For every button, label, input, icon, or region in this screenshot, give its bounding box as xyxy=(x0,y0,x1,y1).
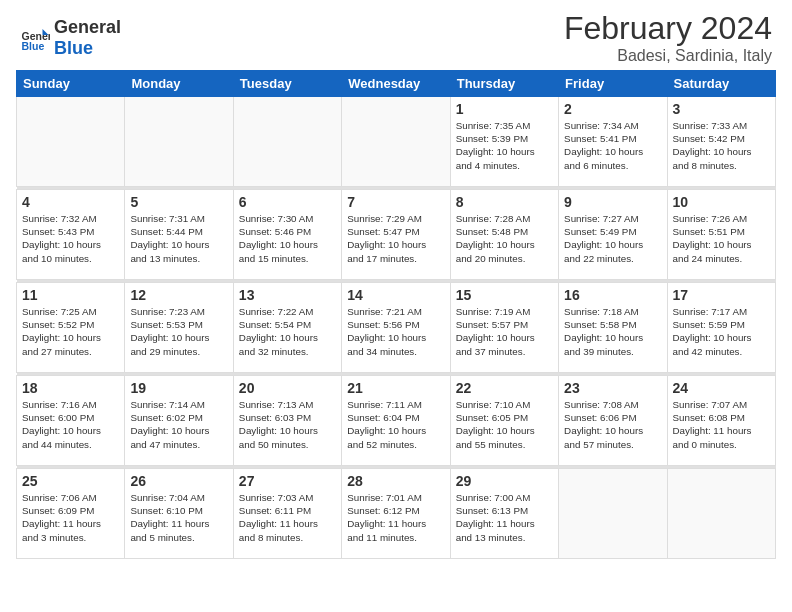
logo-blue: Blue xyxy=(54,38,121,59)
day-info-24: Sunrise: 7:07 AM Sunset: 6:08 PM Dayligh… xyxy=(673,398,770,451)
day-info-25: Sunrise: 7:06 AM Sunset: 6:09 PM Dayligh… xyxy=(22,491,119,544)
day-cell-4: 4Sunrise: 7:32 AM Sunset: 5:43 PM Daylig… xyxy=(17,190,125,280)
day-info-29: Sunrise: 7:00 AM Sunset: 6:13 PM Dayligh… xyxy=(456,491,553,544)
day-cell-15: 15Sunrise: 7:19 AM Sunset: 5:57 PM Dayli… xyxy=(450,283,558,373)
day-info-8: Sunrise: 7:28 AM Sunset: 5:48 PM Dayligh… xyxy=(456,212,553,265)
day-info-10: Sunrise: 7:26 AM Sunset: 5:51 PM Dayligh… xyxy=(673,212,770,265)
day-cell-28: 28Sunrise: 7:01 AM Sunset: 6:12 PM Dayli… xyxy=(342,469,450,559)
day-header-thursday: Thursday xyxy=(450,71,558,97)
day-number-6: 6 xyxy=(239,194,336,210)
day-info-15: Sunrise: 7:19 AM Sunset: 5:57 PM Dayligh… xyxy=(456,305,553,358)
day-number-26: 26 xyxy=(130,473,227,489)
day-cell-9: 9Sunrise: 7:27 AM Sunset: 5:49 PM Daylig… xyxy=(559,190,667,280)
day-cell-22: 22Sunrise: 7:10 AM Sunset: 6:05 PM Dayli… xyxy=(450,376,558,466)
day-info-13: Sunrise: 7:22 AM Sunset: 5:54 PM Dayligh… xyxy=(239,305,336,358)
week-row-2: 11Sunrise: 7:25 AM Sunset: 5:52 PM Dayli… xyxy=(17,283,776,373)
day-info-11: Sunrise: 7:25 AM Sunset: 5:52 PM Dayligh… xyxy=(22,305,119,358)
day-info-27: Sunrise: 7:03 AM Sunset: 6:11 PM Dayligh… xyxy=(239,491,336,544)
day-info-12: Sunrise: 7:23 AM Sunset: 5:53 PM Dayligh… xyxy=(130,305,227,358)
day-info-19: Sunrise: 7:14 AM Sunset: 6:02 PM Dayligh… xyxy=(130,398,227,451)
day-cell-2: 2Sunrise: 7:34 AM Sunset: 5:41 PM Daylig… xyxy=(559,97,667,187)
day-cell-5: 5Sunrise: 7:31 AM Sunset: 5:44 PM Daylig… xyxy=(125,190,233,280)
day-info-7: Sunrise: 7:29 AM Sunset: 5:47 PM Dayligh… xyxy=(347,212,444,265)
day-number-20: 20 xyxy=(239,380,336,396)
day-header-sunday: Sunday xyxy=(17,71,125,97)
day-cell-29: 29Sunrise: 7:00 AM Sunset: 6:13 PM Dayli… xyxy=(450,469,558,559)
day-cell-26: 26Sunrise: 7:04 AM Sunset: 6:10 PM Dayli… xyxy=(125,469,233,559)
day-number-29: 29 xyxy=(456,473,553,489)
day-cell-14: 14Sunrise: 7:21 AM Sunset: 5:56 PM Dayli… xyxy=(342,283,450,373)
day-header-friday: Friday xyxy=(559,71,667,97)
day-number-5: 5 xyxy=(130,194,227,210)
day-info-9: Sunrise: 7:27 AM Sunset: 5:49 PM Dayligh… xyxy=(564,212,661,265)
day-cell-17: 17Sunrise: 7:17 AM Sunset: 5:59 PM Dayli… xyxy=(667,283,775,373)
day-header-tuesday: Tuesday xyxy=(233,71,341,97)
day-number-16: 16 xyxy=(564,287,661,303)
day-header-wednesday: Wednesday xyxy=(342,71,450,97)
day-number-18: 18 xyxy=(22,380,119,396)
day-info-21: Sunrise: 7:11 AM Sunset: 6:04 PM Dayligh… xyxy=(347,398,444,451)
day-number-28: 28 xyxy=(347,473,444,489)
header: General Blue General Blue February 2024 … xyxy=(0,0,792,70)
day-cell-7: 7Sunrise: 7:29 AM Sunset: 5:47 PM Daylig… xyxy=(342,190,450,280)
day-number-2: 2 xyxy=(564,101,661,117)
day-number-11: 11 xyxy=(22,287,119,303)
day-info-3: Sunrise: 7:33 AM Sunset: 5:42 PM Dayligh… xyxy=(673,119,770,172)
title-section: February 2024 Badesi, Sardinia, Italy xyxy=(564,10,772,65)
day-info-17: Sunrise: 7:17 AM Sunset: 5:59 PM Dayligh… xyxy=(673,305,770,358)
logo-general: General xyxy=(54,17,121,38)
svg-text:Blue: Blue xyxy=(22,40,45,52)
day-cell-27: 27Sunrise: 7:03 AM Sunset: 6:11 PM Dayli… xyxy=(233,469,341,559)
day-number-7: 7 xyxy=(347,194,444,210)
day-number-15: 15 xyxy=(456,287,553,303)
day-cell-21: 21Sunrise: 7:11 AM Sunset: 6:04 PM Dayli… xyxy=(342,376,450,466)
day-number-22: 22 xyxy=(456,380,553,396)
week-row-3: 18Sunrise: 7:16 AM Sunset: 6:00 PM Dayli… xyxy=(17,376,776,466)
day-number-10: 10 xyxy=(673,194,770,210)
day-cell-13: 13Sunrise: 7:22 AM Sunset: 5:54 PM Dayli… xyxy=(233,283,341,373)
day-info-16: Sunrise: 7:18 AM Sunset: 5:58 PM Dayligh… xyxy=(564,305,661,358)
day-info-23: Sunrise: 7:08 AM Sunset: 6:06 PM Dayligh… xyxy=(564,398,661,451)
day-number-21: 21 xyxy=(347,380,444,396)
day-info-1: Sunrise: 7:35 AM Sunset: 5:39 PM Dayligh… xyxy=(456,119,553,172)
month-year-title: February 2024 xyxy=(564,10,772,47)
day-cell-10: 10Sunrise: 7:26 AM Sunset: 5:51 PM Dayli… xyxy=(667,190,775,280)
day-cell-1: 1Sunrise: 7:35 AM Sunset: 5:39 PM Daylig… xyxy=(450,97,558,187)
day-info-14: Sunrise: 7:21 AM Sunset: 5:56 PM Dayligh… xyxy=(347,305,444,358)
day-cell-empty xyxy=(559,469,667,559)
day-cell-25: 25Sunrise: 7:06 AM Sunset: 6:09 PM Dayli… xyxy=(17,469,125,559)
day-cell-8: 8Sunrise: 7:28 AM Sunset: 5:48 PM Daylig… xyxy=(450,190,558,280)
day-cell-6: 6Sunrise: 7:30 AM Sunset: 5:46 PM Daylig… xyxy=(233,190,341,280)
day-info-2: Sunrise: 7:34 AM Sunset: 5:41 PM Dayligh… xyxy=(564,119,661,172)
day-number-13: 13 xyxy=(239,287,336,303)
day-header-monday: Monday xyxy=(125,71,233,97)
day-info-5: Sunrise: 7:31 AM Sunset: 5:44 PM Dayligh… xyxy=(130,212,227,265)
day-info-28: Sunrise: 7:01 AM Sunset: 6:12 PM Dayligh… xyxy=(347,491,444,544)
day-number-24: 24 xyxy=(673,380,770,396)
day-info-18: Sunrise: 7:16 AM Sunset: 6:00 PM Dayligh… xyxy=(22,398,119,451)
day-number-23: 23 xyxy=(564,380,661,396)
day-number-3: 3 xyxy=(673,101,770,117)
day-number-9: 9 xyxy=(564,194,661,210)
day-cell-20: 20Sunrise: 7:13 AM Sunset: 6:03 PM Dayli… xyxy=(233,376,341,466)
day-number-17: 17 xyxy=(673,287,770,303)
week-row-4: 25Sunrise: 7:06 AM Sunset: 6:09 PM Dayli… xyxy=(17,469,776,559)
day-cell-empty xyxy=(233,97,341,187)
day-info-20: Sunrise: 7:13 AM Sunset: 6:03 PM Dayligh… xyxy=(239,398,336,451)
day-number-14: 14 xyxy=(347,287,444,303)
calendar-table: SundayMondayTuesdayWednesdayThursdayFrid… xyxy=(16,70,776,559)
day-cell-empty xyxy=(17,97,125,187)
logo: General Blue General Blue xyxy=(20,17,121,59)
day-cell-12: 12Sunrise: 7:23 AM Sunset: 5:53 PM Dayli… xyxy=(125,283,233,373)
day-cell-11: 11Sunrise: 7:25 AM Sunset: 5:52 PM Dayli… xyxy=(17,283,125,373)
day-cell-24: 24Sunrise: 7:07 AM Sunset: 6:08 PM Dayli… xyxy=(667,376,775,466)
week-row-0: 1Sunrise: 7:35 AM Sunset: 5:39 PM Daylig… xyxy=(17,97,776,187)
day-number-12: 12 xyxy=(130,287,227,303)
day-cell-18: 18Sunrise: 7:16 AM Sunset: 6:00 PM Dayli… xyxy=(17,376,125,466)
day-cell-empty xyxy=(667,469,775,559)
day-number-25: 25 xyxy=(22,473,119,489)
location-subtitle: Badesi, Sardinia, Italy xyxy=(564,47,772,65)
day-info-22: Sunrise: 7:10 AM Sunset: 6:05 PM Dayligh… xyxy=(456,398,553,451)
day-header-row: SundayMondayTuesdayWednesdayThursdayFrid… xyxy=(17,71,776,97)
day-number-8: 8 xyxy=(456,194,553,210)
